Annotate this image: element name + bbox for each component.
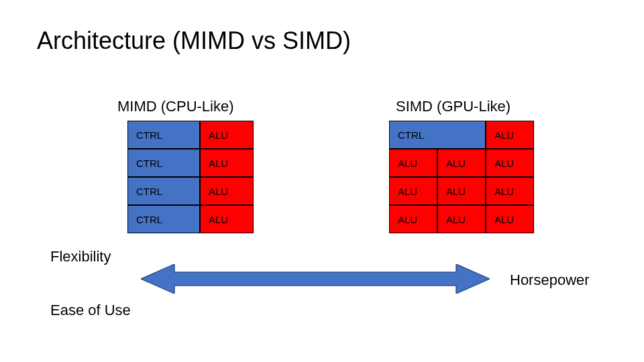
ease-of-use-label: Ease of Use <box>50 302 131 319</box>
simd-ctrl: CTRL <box>389 121 486 149</box>
simd-alu: ALU <box>486 149 534 177</box>
mimd-alu: ALU <box>200 121 254 149</box>
horsepower-label: Horsepower <box>510 272 590 289</box>
mimd-ctrl: CTRL <box>127 149 200 177</box>
mimd-ctrl: CTRL <box>127 121 200 149</box>
svg-marker-0 <box>141 264 490 294</box>
mimd-ctrl: CTRL <box>127 205 200 233</box>
double-arrow-icon <box>141 264 490 294</box>
mimd-ctrl: CTRL <box>127 177 200 205</box>
mimd-alu: ALU <box>200 149 254 177</box>
mimd-heading: MIMD (CPU-Like) <box>117 98 234 115</box>
flexibility-label: Flexibility <box>50 248 111 265</box>
simd-alu: ALU <box>486 205 534 233</box>
simd-alu: ALU <box>389 177 437 205</box>
simd-alu: ALU <box>389 149 437 177</box>
simd-alu: ALU <box>437 205 486 233</box>
mimd-alu: ALU <box>200 205 254 233</box>
slide-title: Architecture (MIMD vs SIMD) <box>37 27 351 55</box>
simd-heading: SIMD (GPU-Like) <box>396 98 511 115</box>
mimd-grid: CTRL ALU CTRL ALU CTRL ALU CTRL ALU <box>127 121 254 233</box>
simd-alu: ALU <box>486 121 534 149</box>
mimd-alu: ALU <box>200 177 254 205</box>
simd-alu: ALU <box>486 177 534 205</box>
simd-alu: ALU <box>437 177 486 205</box>
simd-alu: ALU <box>437 149 486 177</box>
simd-alu: ALU <box>389 205 437 233</box>
simd-grid: CTRL ALU ALU ALU ALU ALU ALU ALU ALU ALU… <box>389 121 534 233</box>
slide: Architecture (MIMD vs SIMD) MIMD (CPU-Li… <box>0 0 644 362</box>
